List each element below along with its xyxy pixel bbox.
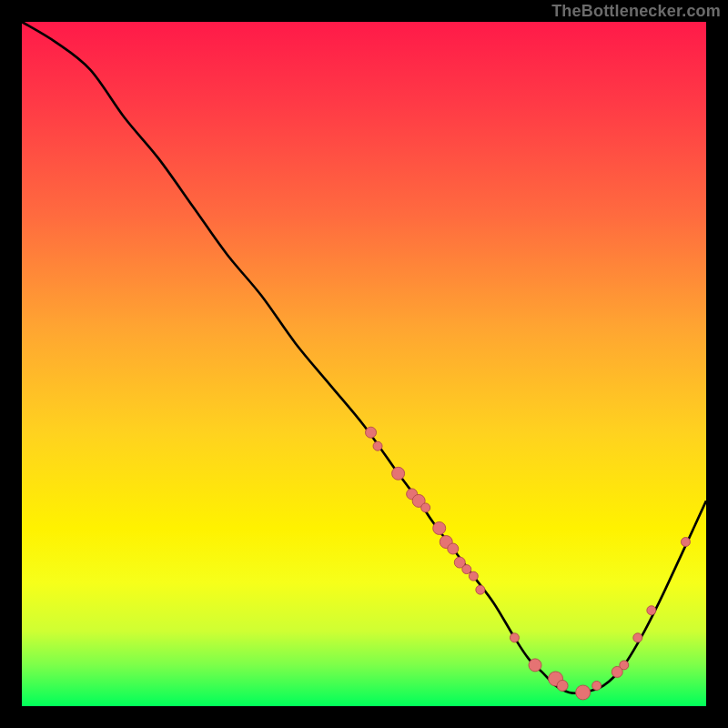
data-marker	[373, 441, 382, 450]
data-marker	[433, 521, 446, 534]
data-marker	[448, 543, 459, 554]
data-marker	[421, 503, 430, 512]
attribution-label: TheBottlenecker.com	[551, 2, 721, 21]
chart-container: TheBottlenecker.com	[0, 0, 728, 728]
data-marker	[469, 571, 478, 581]
bottleneck-curve	[22, 22, 706, 706]
data-marker	[529, 659, 541, 672]
data-marker	[681, 538, 690, 547]
data-marker	[592, 681, 602, 690]
data-marker	[557, 680, 568, 691]
data-marker	[647, 606, 656, 615]
data-marker	[510, 633, 519, 642]
data-marker	[392, 467, 405, 480]
data-marker	[366, 427, 377, 438]
data-marker	[620, 661, 629, 670]
plot-area	[22, 22, 706, 706]
data-marker	[576, 685, 591, 700]
data-marker	[462, 565, 471, 574]
data-marker	[633, 633, 642, 642]
data-marker	[476, 585, 485, 594]
